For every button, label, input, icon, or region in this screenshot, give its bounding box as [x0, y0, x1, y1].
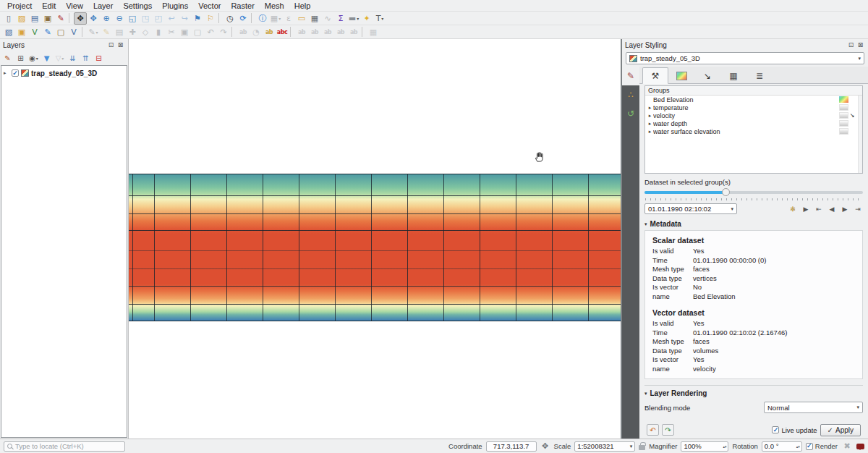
rotate-label-icon[interactable]: ab	[334, 26, 347, 38]
datasource-manager-icon[interactable]: ▧	[2, 26, 15, 38]
save-edits-icon[interactable]: ▤	[113, 26, 126, 38]
mesh-frame-tab[interactable]: ▦	[720, 68, 746, 83]
undock-panel-icon[interactable]: ⊡	[106, 41, 116, 49]
zoom-in-icon[interactable]: ⊕	[100, 12, 113, 25]
groups-scrollbar[interactable]	[858, 96, 862, 173]
add-db-layer-icon[interactable]: ▢	[54, 26, 67, 38]
rotation-spinbox[interactable]: 0.0 ° ▴▾	[762, 441, 802, 452]
manage-map-themes-icon[interactable]: ◉	[27, 52, 40, 64]
stop-rendering-icon[interactable]: ✖	[841, 440, 853, 452]
redo-icon[interactable]: ↷	[217, 26, 230, 38]
add-virtual-layer-icon[interactable]: V	[67, 26, 80, 38]
spinner-arrows-icon[interactable]: ▴▾	[723, 442, 726, 451]
history-tab[interactable]: ↺	[622, 104, 639, 123]
averaging-tab[interactable]: ≣	[746, 68, 773, 83]
close-panel-icon[interactable]: ⊠	[856, 41, 865, 49]
expander-icon[interactable]: ▸	[647, 129, 653, 135]
mesh-digitizing-icon[interactable]: ▦	[367, 26, 380, 38]
layer-selector-combo[interactable]: trap_steady_05_3D ▾	[626, 52, 864, 64]
open-attribute-table-icon[interactable]: ▦	[308, 12, 321, 25]
zoom-out-icon[interactable]: ⊖	[113, 12, 126, 25]
magnifier-spinbox[interactable]: 100% ▴▾	[681, 441, 728, 452]
dataset-group-row[interactable]: ▸ velocity ↘	[645, 111, 862, 119]
collapse-all-icon[interactable]: ⇈	[80, 52, 92, 64]
delete-selected-icon[interactable]: ▮	[152, 26, 165, 38]
save-project-icon[interactable]: ▤	[28, 12, 41, 25]
slider-handle[interactable]	[722, 188, 730, 196]
paste-features-icon[interactable]: ▢	[191, 26, 204, 38]
layer-rendering-header[interactable]: ▾ Layer Rendering	[644, 385, 863, 397]
play-button[interactable]: ▶	[801, 204, 811, 213]
toggle-editing-icon[interactable]: ✎	[100, 26, 113, 38]
add-group-icon[interactable]: ⊞	[14, 52, 27, 64]
vector-arrow-icon[interactable]: ↘	[848, 112, 856, 119]
contours-tab[interactable]	[668, 68, 694, 83]
open-layer-styling-icon[interactable]: ✎	[1, 52, 14, 64]
add-postgis-layer-icon[interactable]: ▣	[15, 26, 28, 38]
remove-layer-icon[interactable]: ⊟	[93, 52, 105, 64]
change-label-icon[interactable]: ab	[347, 26, 360, 38]
menu-item[interactable]: Plugins	[157, 0, 193, 11]
map-tips-icon[interactable]: ✦	[360, 12, 373, 25]
menu-item[interactable]: Settings	[118, 0, 157, 11]
render-checkbox[interactable]: ✓ Render	[806, 442, 838, 450]
dataset-group-row[interactable]: ▸ water depth	[645, 119, 862, 127]
dataset-group-row[interactable]: ▸ water surface elevation	[645, 127, 862, 135]
text-annotation-icon[interactable]: T	[373, 12, 386, 25]
dataset-group-row[interactable]: ▸ temperature	[645, 103, 862, 111]
select-by-expression-icon[interactable]: ε	[282, 12, 295, 25]
pin-labels-icon[interactable]: ab	[295, 26, 308, 38]
settings-tab[interactable]: ⚒	[642, 67, 668, 84]
pan-to-selection-icon[interactable]: ✥	[87, 12, 100, 25]
vectors-tab[interactable]: ↘	[694, 68, 720, 83]
vertex-tool-icon[interactable]: ◇	[139, 26, 152, 38]
expand-all-icon[interactable]: ⇊	[67, 52, 79, 64]
extents-toggle-icon[interactable]: ✥	[540, 440, 550, 452]
refresh-map-icon[interactable]: ⟳	[237, 12, 250, 25]
sum-features-icon[interactable]: Σ	[334, 12, 347, 25]
add-feature-icon[interactable]: ✚	[126, 26, 139, 38]
layer-tree-item[interactable]: ▸ ✓ trap_steady_05_3D	[1, 67, 127, 79]
contours-chip-icon[interactable]	[839, 112, 848, 119]
add-vector-layer-icon[interactable]: V	[28, 26, 41, 38]
show-bookmarks-icon[interactable]: ⚐	[204, 12, 217, 25]
new-project-icon[interactable]: ▯	[2, 12, 15, 25]
layer-labeling-icon[interactable]: ab	[237, 26, 250, 38]
filter-legend-icon[interactable]: ▼	[41, 52, 53, 64]
undock-panel-icon[interactable]: ⊡	[846, 41, 856, 49]
close-panel-icon[interactable]: ⊠	[116, 41, 125, 49]
zoom-to-selection-icon[interactable]: ◳	[139, 12, 152, 25]
expander-icon[interactable]: ▸	[647, 105, 653, 111]
pan-map-icon[interactable]: ✥	[74, 12, 87, 25]
filter-by-expression-icon[interactable]: ▽	[54, 52, 66, 64]
map-canvas[interactable]	[129, 39, 621, 439]
menu-item[interactable]: Help	[289, 0, 316, 11]
expander-icon[interactable]: ▸	[647, 121, 653, 127]
contours-chip-icon[interactable]	[839, 104, 848, 111]
menu-item[interactable]: Edit	[37, 0, 61, 11]
highlight-labels-icon[interactable]: ab	[308, 26, 321, 38]
add-delimited-text-icon[interactable]: ✎	[41, 26, 54, 38]
measure-icon[interactable]: ▬	[347, 12, 360, 25]
playback-settings-button[interactable]: ✻	[788, 204, 798, 213]
current-edits-icon[interactable]: ✎	[87, 26, 100, 38]
contours-chip-icon[interactable]	[839, 96, 848, 103]
symbology-tab[interactable]: ✎	[622, 67, 639, 85]
messages-icon[interactable]	[856, 444, 864, 449]
zoom-next-icon[interactable]: ↪	[178, 12, 191, 25]
select-features-icon[interactable]: ▦	[269, 12, 282, 25]
menu-item[interactable]: Vector	[193, 0, 226, 11]
deselect-features-icon[interactable]: ▭	[295, 12, 308, 25]
identify-features-icon[interactable]: ⓘ	[256, 12, 269, 25]
node-diagram-tab[interactable]: ∴	[622, 85, 639, 104]
undo-style-button[interactable]: ↶	[647, 424, 659, 436]
dataset-group-row[interactable]: Bed Elevation	[645, 96, 862, 103]
menu-item[interactable]: Mesh	[260, 0, 289, 11]
open-project-icon[interactable]: ▨	[15, 12, 28, 25]
time-slider[interactable]	[644, 188, 863, 197]
live-update-checkbox[interactable]: ✓ Live update	[772, 426, 817, 434]
coordinate-input[interactable]: 717.3,113.7	[486, 441, 537, 452]
lock-scale-icon[interactable]	[639, 445, 645, 450]
menu-item[interactable]: View	[61, 0, 88, 11]
layer-diagram-icon[interactable]: ◔	[250, 26, 263, 38]
